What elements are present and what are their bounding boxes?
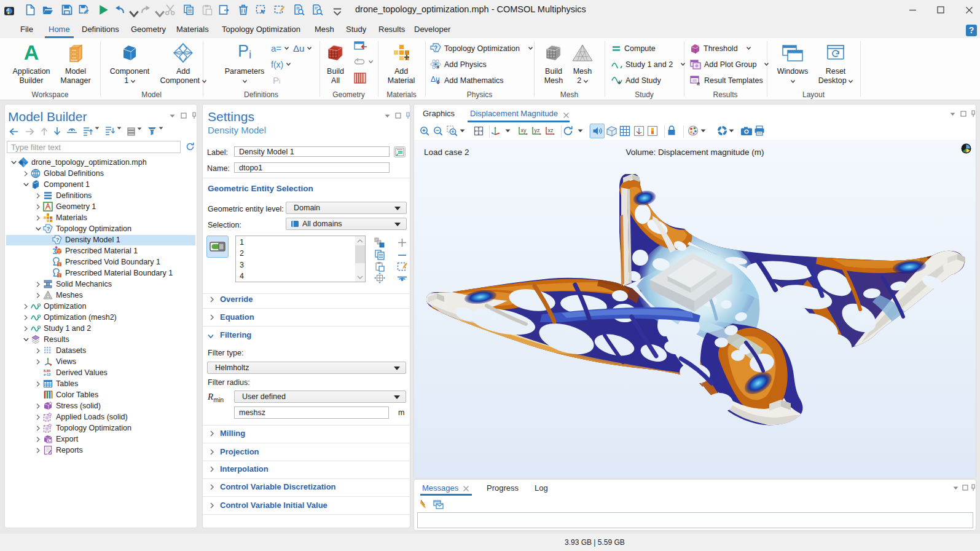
svg-text:xz: xz — [548, 127, 554, 133]
svg-text:xy: xy — [521, 127, 527, 133]
svg-text:?: ? — [434, 45, 437, 52]
svg-text:e-12: e-12 — [44, 373, 51, 376]
svg-text:yz: yz — [535, 127, 541, 133]
svg-text:?: ? — [47, 225, 50, 232]
svg-text:?: ? — [56, 236, 60, 243]
svg-text:8.85: 8.85 — [44, 369, 51, 373]
